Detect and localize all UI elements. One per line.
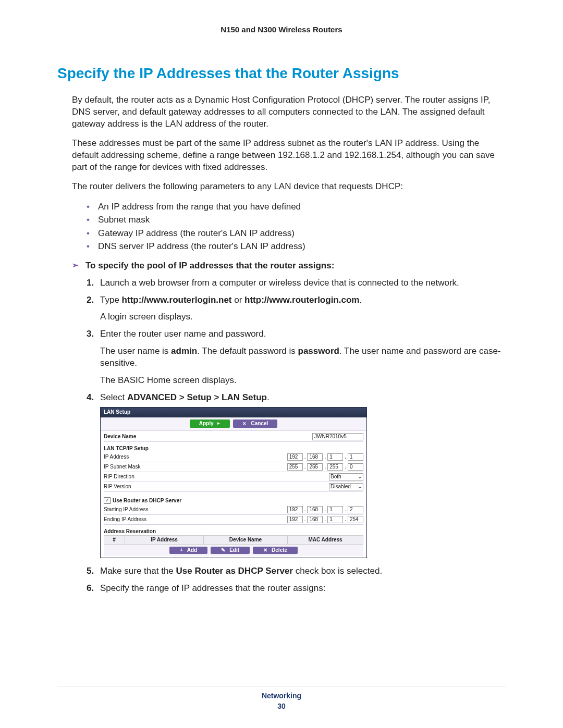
end-ip-octet-1[interactable]: 192 bbox=[287, 516, 303, 523]
device-name-field[interactable]: JWNR2010v5 bbox=[312, 433, 363, 440]
step-1: Launch a web browser from a computer or … bbox=[87, 277, 506, 289]
end-ip-octet-3[interactable]: 1 bbox=[327, 516, 343, 523]
apply-button[interactable]: Apply bbox=[190, 419, 230, 428]
dhcp-checkbox[interactable]: ✓ bbox=[104, 497, 111, 504]
ip-octet-4[interactable]: 1 bbox=[348, 453, 363, 461]
subnet-field: 255. 255. 255. 0 bbox=[287, 463, 363, 471]
step-text: Enter the router user name and password. bbox=[100, 329, 266, 339]
reservation-actions: +Add ✎Edit ✕Delete bbox=[104, 545, 363, 556]
step-4: Select ADVANCED > Setup > LAN Setup. LAN… bbox=[87, 392, 506, 558]
step-text: . bbox=[359, 295, 362, 305]
rip-version-label: RIP Version bbox=[104, 484, 131, 489]
end-ip-octet-4[interactable]: 254 bbox=[348, 516, 363, 523]
subnet-octet-2[interactable]: 255 bbox=[307, 463, 323, 471]
step-text: check box is selected. bbox=[293, 566, 382, 576]
step-3: Enter the router user name and password.… bbox=[87, 328, 506, 387]
subnet-label: IP Subnet Mask bbox=[104, 464, 140, 470]
step-text: Select bbox=[100, 392, 127, 402]
step-6: Specify the range of IP addresses that t… bbox=[87, 583, 506, 595]
end-ip-octet-2[interactable]: 168 bbox=[307, 516, 323, 523]
procedure-steps: Launch a web browser from a computer or … bbox=[57, 277, 506, 595]
end-ip-field: 192. 168. 1. 254 bbox=[287, 516, 363, 523]
start-ip-octet-4[interactable]: 2 bbox=[348, 506, 363, 513]
start-ip-octet-3[interactable]: 1 bbox=[327, 506, 343, 513]
reservation-table-header: # IP Address Device Name MAC Address bbox=[104, 535, 363, 545]
cancel-button[interactable]: Cancel bbox=[233, 419, 277, 428]
footer-rule bbox=[57, 686, 506, 686]
th-mac: MAC Address bbox=[288, 536, 363, 544]
step-text: Make sure that the bbox=[100, 566, 176, 576]
address-reservation-label: Address Reservation bbox=[104, 529, 156, 534]
lan-setup-panel: LAN Setup Apply Cancel Device Name JWNR2… bbox=[100, 407, 367, 558]
close-icon: ✕ bbox=[263, 548, 267, 553]
footer-page-number: 30 bbox=[57, 702, 506, 710]
th-ip: IP Address bbox=[125, 536, 204, 544]
step-text: Launch a web browser from a computer or … bbox=[100, 278, 459, 288]
rip-direction-label: RIP Direction bbox=[104, 474, 134, 479]
step-text-bold: http://www.routerlogin.com bbox=[244, 295, 359, 305]
start-ip-octet-1[interactable]: 192 bbox=[287, 506, 303, 513]
th-device: Device Name bbox=[204, 536, 288, 544]
step-text-bold: http://www.routerlogin.net bbox=[122, 295, 232, 305]
lan-section-label: LAN TCP/IP Setup bbox=[104, 446, 149, 451]
rip-version-select[interactable]: Disabled bbox=[329, 483, 363, 490]
step-subtext: The user name is admin. The default pass… bbox=[100, 346, 506, 369]
step-2: Type http://www.routerlogin.net or http:… bbox=[87, 294, 506, 324]
procedure-heading: To specify the pool of IP addresses that… bbox=[72, 261, 506, 271]
start-ip-octet-2[interactable]: 168 bbox=[307, 506, 323, 513]
ip-octet-3[interactable]: 1 bbox=[327, 453, 343, 461]
page-header: N150 and N300 Wireless Routers bbox=[57, 25, 506, 34]
dhcp-checkbox-label: Use Router as DHCP Server bbox=[113, 498, 181, 503]
edit-button[interactable]: ✎Edit bbox=[211, 547, 250, 554]
step-subtext: The BASIC Home screen displays. bbox=[100, 375, 506, 387]
section-heading: Specify the IP Addresses that the Router… bbox=[57, 65, 506, 82]
page-footer: Networking 30 bbox=[57, 686, 506, 710]
plus-icon: + bbox=[180, 548, 183, 553]
panel-toolbar: Apply Cancel bbox=[101, 417, 366, 430]
ip-address-field: 192. 168. 1. 1 bbox=[287, 453, 363, 461]
pencil-icon: ✎ bbox=[221, 548, 225, 553]
device-name-label: Device Name bbox=[104, 434, 136, 439]
step-text: Specify the range of IP addresses that t… bbox=[100, 583, 326, 593]
rip-direction-select[interactable]: Both bbox=[329, 473, 363, 480]
step-5: Make sure that the Use Router as DHCP Se… bbox=[87, 565, 506, 577]
start-ip-field: 192. 168. 1. 2 bbox=[287, 506, 363, 513]
step-text: Type bbox=[100, 295, 122, 305]
start-ip-label: Starting IP Address bbox=[104, 507, 148, 512]
list-item: Gateway IP address (the router's LAN IP … bbox=[87, 227, 506, 240]
subnet-octet-3[interactable]: 255 bbox=[327, 463, 343, 471]
list-item: An IP address from the range that you ha… bbox=[87, 200, 506, 214]
paragraph-3: The router delivers the following parame… bbox=[72, 181, 506, 193]
delete-button[interactable]: ✕Delete bbox=[253, 547, 298, 554]
footer-section: Networking bbox=[57, 692, 506, 700]
add-button[interactable]: +Add bbox=[169, 547, 207, 554]
paragraph-2: These addresses must be part of the same… bbox=[72, 138, 506, 174]
ip-address-label: IP Address bbox=[104, 454, 129, 460]
list-item: Subnet mask bbox=[87, 213, 506, 227]
panel-title: LAN Setup bbox=[101, 408, 366, 417]
step-text: or bbox=[232, 295, 245, 305]
ip-octet-1[interactable]: 192 bbox=[287, 453, 303, 461]
step-text: . bbox=[267, 392, 270, 402]
end-ip-label: Ending IP Address bbox=[104, 517, 146, 522]
step-subtext: A login screen displays. bbox=[100, 311, 506, 323]
subnet-octet-1[interactable]: 255 bbox=[287, 463, 303, 471]
step-text-bold: ADVANCED > Setup > LAN Setup bbox=[127, 392, 267, 402]
step-text-bold: Use Router as DHCP Server bbox=[176, 566, 293, 576]
list-item: DNS server IP address (the router's LAN … bbox=[87, 240, 506, 253]
dhcp-param-list: An IP address from the range that you ha… bbox=[57, 200, 506, 253]
ip-octet-2[interactable]: 168 bbox=[307, 453, 323, 461]
subnet-octet-4[interactable]: 0 bbox=[348, 463, 363, 471]
paragraph-1: By default, the router acts as a Dynamic… bbox=[72, 94, 506, 130]
th-index: # bbox=[104, 536, 125, 544]
